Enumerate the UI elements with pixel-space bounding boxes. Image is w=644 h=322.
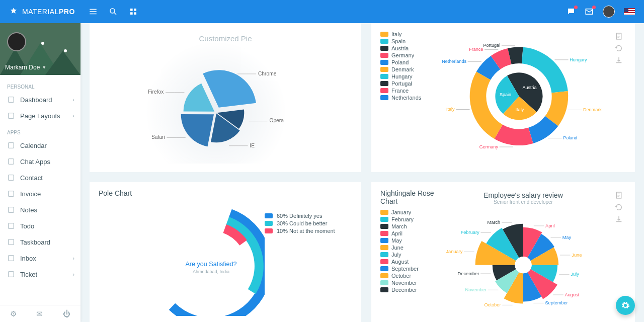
topbar-left bbox=[80, 7, 138, 16]
legend-item[interactable]: December bbox=[380, 287, 435, 293]
nav-item-invoice[interactable]: Invoice bbox=[0, 186, 80, 202]
note-icon bbox=[7, 206, 15, 214]
tool-restore-icon[interactable] bbox=[615, 44, 623, 52]
nav-item-inbox[interactable]: Inbox › bbox=[0, 250, 80, 266]
chevron-right-icon: › bbox=[72, 255, 74, 261]
svg-text:Ahmedabad, India: Ahmedabad, India bbox=[193, 269, 229, 274]
legend-item[interactable]: Denmark bbox=[380, 66, 431, 72]
nested-legend: ItalySpainAustriaGermanyPolandDenmarkHun… bbox=[380, 30, 431, 165]
pole-chart-body: Pole Chart Are you Satisfied?Ahmedabad, … bbox=[99, 189, 265, 316]
svg-text:France: France bbox=[469, 47, 483, 52]
nav-item-ticket[interactable]: Ticket › bbox=[0, 266, 80, 282]
svg-text:Netherlands: Netherlands bbox=[442, 59, 466, 64]
grid-icon[interactable] bbox=[129, 7, 138, 16]
profile-name[interactable]: Markarn Doe▼ bbox=[5, 64, 46, 71]
legend-item[interactable]: February bbox=[380, 216, 435, 222]
svg-text:November: November bbox=[465, 287, 487, 292]
brand-icon bbox=[9, 7, 18, 16]
legend-item[interactable]: Germany bbox=[380, 52, 431, 58]
user-avatar[interactable] bbox=[603, 6, 615, 18]
svg-point-17 bbox=[145, 43, 286, 164]
nav-item-label: Invoice bbox=[20, 190, 41, 198]
tool-download-icon[interactable] bbox=[615, 215, 623, 223]
settings-icon[interactable]: ⚙ bbox=[10, 309, 17, 318]
card-nested-pie: ItalySpainAustriaGermanyPolandDenmarkHun… bbox=[371, 23, 635, 172]
chat-icon bbox=[7, 157, 15, 166]
fab-settings[interactable] bbox=[616, 296, 635, 315]
legend-item[interactable]: November bbox=[380, 280, 435, 286]
svg-text:Firefox: Firefox bbox=[148, 89, 164, 95]
gauge-icon bbox=[7, 96, 15, 104]
board-icon bbox=[7, 238, 15, 246]
legend-item[interactable]: June bbox=[380, 245, 435, 251]
svg-text:October: October bbox=[485, 302, 501, 307]
main: Customized Pie ChromeOperaIESafariFirefo… bbox=[80, 23, 644, 322]
legend-item[interactable]: Austria bbox=[380, 45, 431, 51]
legend-item[interactable]: August bbox=[380, 259, 435, 265]
card-customized-pie: Customized Pie ChromeOperaIESafariFirefo… bbox=[90, 23, 361, 172]
legend-item[interactable]: Netherlands bbox=[380, 95, 431, 101]
legend-item[interactable]: 60% Definitely yes bbox=[265, 213, 352, 219]
tool-data-view-icon[interactable] bbox=[615, 32, 623, 40]
tool-restore-icon[interactable] bbox=[615, 203, 623, 211]
nav-item-chat-apps[interactable]: Chat Apps bbox=[0, 153, 80, 170]
svg-text:IE: IE bbox=[250, 143, 255, 148]
menu-toggle-icon[interactable] bbox=[89, 7, 98, 16]
brand[interactable]: MATERIALPRO bbox=[0, 7, 80, 16]
legend-item[interactable]: Italy bbox=[380, 31, 431, 37]
file-icon bbox=[7, 190, 15, 198]
search-icon[interactable] bbox=[109, 7, 118, 16]
svg-point-0 bbox=[110, 9, 115, 13]
nav-item-todo[interactable]: Todo bbox=[0, 218, 80, 234]
nav-item-page-layouts[interactable]: Page Layouts › bbox=[0, 108, 80, 124]
legend-item[interactable]: France bbox=[380, 88, 431, 94]
tool-data-view-icon[interactable] bbox=[615, 191, 623, 199]
nav-item-notes[interactable]: Notes bbox=[0, 202, 80, 218]
tool-download-icon[interactable] bbox=[615, 56, 623, 64]
legend-item[interactable]: Hungary bbox=[380, 73, 431, 79]
layout-icon bbox=[7, 112, 15, 120]
svg-rect-13 bbox=[9, 223, 14, 229]
rose-chart-sub: Senior front end developer bbox=[435, 199, 612, 205]
rose-chart-title: Nightingale Rose Chart bbox=[380, 189, 435, 205]
svg-text:Italy: Italy bbox=[446, 107, 455, 112]
messages-icon[interactable] bbox=[567, 7, 576, 16]
legend-item[interactable]: Spain bbox=[380, 38, 431, 44]
sidebar-footer: ⚙ ✉ ⏻ bbox=[0, 305, 80, 322]
legend-item[interactable]: July bbox=[380, 252, 435, 258]
legend-item[interactable]: January bbox=[380, 209, 435, 215]
svg-rect-8 bbox=[9, 143, 14, 148]
language-flag[interactable] bbox=[624, 8, 635, 15]
legend-item[interactable]: May bbox=[380, 237, 435, 244]
nav-item-calendar[interactable]: Calendar bbox=[0, 137, 80, 153]
list-icon bbox=[7, 222, 15, 230]
svg-rect-4 bbox=[134, 12, 136, 15]
rose-chart-heading: Employee's salary review bbox=[435, 191, 612, 199]
nav-item-dashboard[interactable]: Dashboard › bbox=[0, 92, 80, 108]
svg-text:July: July bbox=[571, 272, 579, 277]
mail-icon[interactable] bbox=[585, 7, 594, 16]
legend-item[interactable]: Poland bbox=[380, 59, 431, 65]
svg-text:June: June bbox=[572, 253, 582, 258]
legend-item[interactable]: 10% Not at the moment bbox=[265, 228, 352, 234]
power-icon[interactable]: ⏻ bbox=[63, 309, 70, 318]
inbox-icon bbox=[7, 254, 15, 262]
svg-rect-2 bbox=[134, 9, 136, 11]
legend-item[interactable]: Portugal bbox=[380, 80, 431, 87]
svg-text:Spain: Spain bbox=[500, 92, 511, 97]
legend-item[interactable]: March bbox=[380, 223, 435, 229]
profile-avatar[interactable] bbox=[7, 32, 26, 51]
mail-footer-icon[interactable]: ✉ bbox=[36, 309, 43, 318]
calendar-icon bbox=[7, 141, 15, 149]
rose-chart-body: Employee's salary review Senior front en… bbox=[435, 189, 612, 316]
legend-item[interactable]: September bbox=[380, 266, 435, 272]
svg-text:Italy: Italy bbox=[516, 107, 524, 112]
legend-item[interactable]: April bbox=[380, 230, 435, 236]
legend-item[interactable]: October bbox=[380, 273, 435, 279]
svg-text:August: August bbox=[565, 292, 579, 297]
legend-item[interactable]: 30% Could be better bbox=[265, 220, 352, 226]
nav-item-taskboard[interactable]: Taskboard bbox=[0, 234, 80, 250]
svg-text:Safari: Safari bbox=[151, 134, 165, 140]
nav-item-contact[interactable]: Contact bbox=[0, 170, 80, 186]
svg-rect-12 bbox=[9, 207, 14, 213]
